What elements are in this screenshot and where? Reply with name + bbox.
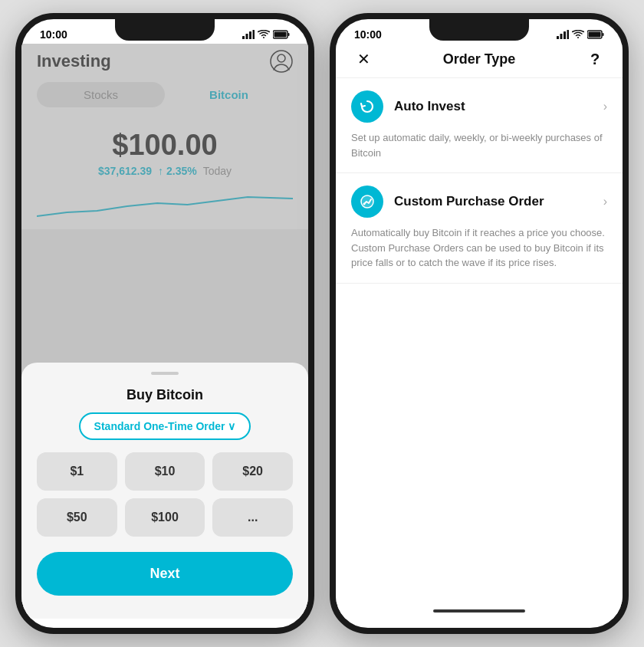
preset-50[interactable]: $50 bbox=[37, 498, 117, 537]
status-icons-left bbox=[242, 30, 290, 39]
next-button[interactable]: Next bbox=[37, 552, 293, 596]
signal-icon bbox=[242, 30, 255, 39]
svg-rect-10 bbox=[560, 34, 563, 39]
custom-purchase-desc: Automatically buy Bitcoin if it reaches … bbox=[351, 225, 607, 271]
svg-rect-3 bbox=[253, 30, 255, 39]
order-type-header: ✕ Order Type ? bbox=[336, 44, 623, 78]
svg-rect-11 bbox=[564, 31, 566, 39]
refresh-icon bbox=[359, 98, 376, 115]
notch-right bbox=[429, 19, 529, 41]
left-phone-content: Investing Stocks Bitcoin $100.00 $37,612… bbox=[21, 44, 308, 619]
wifi-icon-r bbox=[572, 30, 584, 39]
time-right: 10:00 bbox=[354, 28, 382, 41]
svg-rect-6 bbox=[274, 32, 287, 38]
auto-invest-left: Auto Invest bbox=[351, 90, 465, 123]
svg-rect-5 bbox=[288, 33, 290, 36]
preset-100[interactable]: $100 bbox=[125, 498, 205, 537]
svg-rect-1 bbox=[246, 34, 248, 39]
left-phone: 10:00 Investing bbox=[15, 13, 314, 634]
wifi-icon bbox=[258, 30, 270, 39]
sheet-title: Buy Bitcoin bbox=[37, 387, 293, 403]
custom-purchase-title: Custom Purchase Order bbox=[394, 194, 544, 209]
sheet-handle bbox=[151, 372, 179, 375]
svg-rect-9 bbox=[557, 36, 559, 39]
header-title: Order Type bbox=[443, 51, 516, 67]
custom-purchase-left: Custom Purchase Order bbox=[351, 186, 544, 218]
auto-invest-row: Auto Invest › bbox=[351, 90, 607, 123]
svg-rect-0 bbox=[242, 36, 245, 39]
svg-point-17 bbox=[363, 203, 366, 205]
home-indicator-right bbox=[433, 609, 525, 613]
auto-invest-title: Auto Invest bbox=[394, 99, 465, 114]
order-type-button[interactable]: Standard One-Time Order ∨ bbox=[79, 412, 251, 440]
preset-grid: $1 $10 $20 $50 $100 ... bbox=[37, 452, 293, 537]
svg-rect-15 bbox=[589, 32, 601, 38]
notch bbox=[115, 19, 215, 41]
signal-icon-r bbox=[557, 30, 569, 39]
preset-more[interactable]: ... bbox=[212, 498, 293, 537]
right-phone: 10:00 ✕ Order Ty bbox=[330, 13, 629, 634]
auto-invest-icon bbox=[351, 90, 383, 123]
svg-rect-2 bbox=[249, 31, 251, 39]
close-button[interactable]: ✕ bbox=[351, 50, 376, 68]
auto-invest-chevron: › bbox=[603, 100, 607, 113]
auto-invest-option[interactable]: Auto Invest › Set up automatic daily, we… bbox=[336, 78, 623, 173]
svg-rect-14 bbox=[603, 33, 604, 36]
buy-sheet: Buy Bitcoin Standard One-Time Order ∨ $1… bbox=[21, 363, 308, 619]
custom-icon bbox=[359, 193, 376, 210]
auto-invest-desc: Set up automatic daily, weekly, or bi-we… bbox=[351, 130, 607, 160]
custom-purchase-row: Custom Purchase Order › bbox=[351, 186, 607, 218]
custom-purchase-icon bbox=[351, 186, 383, 218]
status-icons-right bbox=[557, 30, 604, 39]
preset-20[interactable]: $20 bbox=[212, 452, 293, 491]
preset-10[interactable]: $10 bbox=[125, 452, 205, 491]
custom-purchase-chevron: › bbox=[603, 195, 607, 209]
battery-icon bbox=[273, 30, 290, 39]
svg-rect-12 bbox=[567, 30, 570, 39]
battery-icon-r bbox=[587, 30, 604, 39]
help-button[interactable]: ? bbox=[583, 51, 607, 68]
custom-purchase-option[interactable]: Custom Purchase Order › Automatically bu… bbox=[336, 173, 623, 284]
time-left: 10:00 bbox=[40, 28, 67, 41]
preset-1[interactable]: $1 bbox=[37, 452, 117, 491]
right-phone-content: ✕ Order Type ? Auto Invest › Set up au bbox=[336, 44, 623, 619]
